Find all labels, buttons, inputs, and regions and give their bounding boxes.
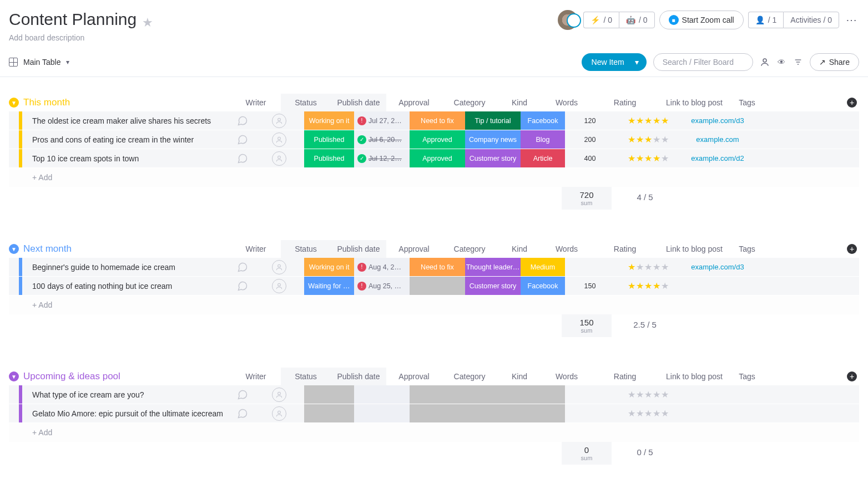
- tags-cell[interactable]: [754, 385, 787, 404]
- column-header-link[interactable]: Link to blog post: [658, 240, 730, 258]
- words-cell[interactable]: 120: [565, 111, 615, 130]
- chat-icon[interactable]: [231, 277, 254, 295]
- category-cell[interactable]: Company news: [465, 130, 521, 149]
- category-cell[interactable]: [465, 404, 521, 422]
- status-cell[interactable]: Published: [304, 149, 354, 167]
- column-header-category[interactable]: Category: [442, 94, 497, 111]
- column-header-approval[interactable]: Approval: [386, 240, 442, 258]
- link-cell[interactable]: example.com/d3: [682, 258, 754, 276]
- approval-cell[interactable]: Approved: [410, 130, 465, 149]
- filter-icon[interactable]: [793, 58, 803, 67]
- column-header-kind[interactable]: Kind: [497, 368, 542, 385]
- tags-cell[interactable]: [754, 258, 787, 276]
- start-zoom-button[interactable]: ■ Start Zoom call: [659, 11, 744, 29]
- tags-cell[interactable]: [754, 404, 787, 422]
- writer-cell[interactable]: [254, 111, 304, 130]
- item-name[interactable]: Beginner's guide to homemade ice cream: [26, 258, 231, 276]
- add-column-button[interactable]: +: [847, 98, 857, 108]
- words-cell[interactable]: [565, 258, 615, 276]
- group-collapse-icon[interactable]: ▼: [9, 98, 19, 108]
- publish-date-cell[interactable]: !Aug 4, 2…: [354, 258, 410, 276]
- column-header-category[interactable]: Category: [442, 240, 497, 258]
- rating-cell[interactable]: ★★★★★: [615, 385, 682, 404]
- rating-cell[interactable]: ★★★★★: [615, 404, 682, 422]
- kind-cell[interactable]: [521, 385, 565, 404]
- writer-cell[interactable]: [254, 385, 304, 404]
- rating-cell[interactable]: ★★★★★: [615, 258, 682, 276]
- approval-cell[interactable]: [410, 404, 465, 422]
- kind-cell[interactable]: Facebook: [521, 277, 565, 295]
- column-header-rating[interactable]: Rating: [592, 368, 658, 385]
- approval-cell[interactable]: [410, 277, 465, 295]
- new-item-button[interactable]: New Item: [582, 53, 647, 71]
- category-cell[interactable]: [465, 385, 521, 404]
- kind-cell[interactable]: Medium: [521, 258, 565, 276]
- writer-cell[interactable]: [254, 149, 304, 167]
- column-header-writer[interactable]: Writer: [231, 94, 281, 111]
- column-header-rating[interactable]: Rating: [592, 240, 658, 258]
- category-cell[interactable]: Customer story: [465, 149, 521, 167]
- column-header-approval[interactable]: Approval: [386, 368, 442, 385]
- item-name[interactable]: Top 10 ice cream spots in town: [26, 149, 231, 167]
- kind-cell[interactable]: Blog: [521, 130, 565, 149]
- chat-icon[interactable]: [231, 149, 254, 167]
- column-header-status[interactable]: Status: [281, 94, 331, 111]
- kind-cell[interactable]: Facebook: [521, 111, 565, 130]
- column-header-date[interactable]: Publish date: [331, 368, 386, 385]
- group-title[interactable]: Next month: [23, 243, 72, 254]
- words-cell[interactable]: [565, 404, 615, 422]
- tags-cell[interactable]: [754, 111, 787, 130]
- column-header-approval[interactable]: Approval: [386, 94, 442, 111]
- group-title[interactable]: This month: [23, 97, 70, 108]
- automation-counter-1[interactable]: ⚡ / 0: [583, 12, 619, 28]
- column-header-tags[interactable]: Tags: [730, 368, 764, 385]
- add-column-button[interactable]: +: [847, 371, 857, 381]
- approval-cell[interactable]: Need to fix: [410, 258, 465, 276]
- tags-cell[interactable]: [754, 277, 787, 295]
- link-cell[interactable]: [682, 385, 754, 404]
- column-header-writer[interactable]: Writer: [231, 368, 281, 385]
- star-icon[interactable]: ★: [142, 16, 153, 29]
- automation-counter-2[interactable]: 🤖 / 0: [619, 12, 655, 28]
- column-header-words[interactable]: Words: [542, 368, 592, 385]
- column-header-date[interactable]: Publish date: [331, 94, 386, 111]
- eye-icon[interactable]: 👁: [776, 58, 786, 67]
- writer-cell[interactable]: [254, 277, 304, 295]
- kind-cell[interactable]: Article: [521, 149, 565, 167]
- link-cell[interactable]: example.com: [682, 130, 754, 149]
- add-item-button[interactable]: + Add: [26, 173, 52, 182]
- status-cell[interactable]: Working on it: [304, 111, 354, 130]
- column-header-writer[interactable]: Writer: [231, 240, 281, 258]
- share-button[interactable]: ↗ Share: [810, 53, 859, 71]
- rating-cell[interactable]: ★★★★★: [615, 111, 682, 130]
- publish-date-cell[interactable]: ✓Jul 6, 20…: [354, 130, 410, 149]
- approval-cell[interactable]: Need to fix: [410, 111, 465, 130]
- writer-cell[interactable]: [254, 404, 304, 422]
- activities-button[interactable]: Activities / 0: [783, 12, 839, 28]
- rating-cell[interactable]: ★★★★★: [615, 149, 682, 167]
- person-filter-icon[interactable]: [760, 57, 770, 67]
- item-name[interactable]: The oldest ice cream maker alive shares …: [26, 111, 231, 130]
- category-cell[interactable]: Customer story: [465, 277, 521, 295]
- rating-cell[interactable]: ★★★★★: [615, 277, 682, 295]
- column-header-words[interactable]: Words: [542, 240, 592, 258]
- add-item-button[interactable]: + Add: [26, 300, 52, 309]
- words-cell[interactable]: 200: [565, 130, 615, 149]
- category-cell[interactable]: Tip / tutorial: [465, 111, 521, 130]
- column-header-status[interactable]: Status: [281, 368, 331, 385]
- status-cell[interactable]: [304, 404, 354, 422]
- chat-icon[interactable]: [231, 130, 254, 149]
- group-title[interactable]: Upcoming & ideas pool: [23, 371, 120, 382]
- column-header-tags[interactable]: Tags: [730, 240, 764, 258]
- link-cell[interactable]: [682, 277, 754, 295]
- item-name[interactable]: Pros and cons of eating ice cream in the…: [26, 130, 231, 149]
- more-options-icon[interactable]: ⋯: [844, 10, 859, 30]
- group-collapse-icon[interactable]: ▼: [9, 244, 19, 254]
- chat-icon[interactable]: [231, 258, 254, 276]
- column-header-kind[interactable]: Kind: [497, 240, 542, 258]
- link-cell[interactable]: example.com/d2: [682, 149, 754, 167]
- tags-cell[interactable]: [754, 149, 787, 167]
- status-cell[interactable]: Published: [304, 130, 354, 149]
- column-header-tags[interactable]: Tags: [730, 94, 764, 111]
- link-cell[interactable]: example.com/d3: [682, 111, 754, 130]
